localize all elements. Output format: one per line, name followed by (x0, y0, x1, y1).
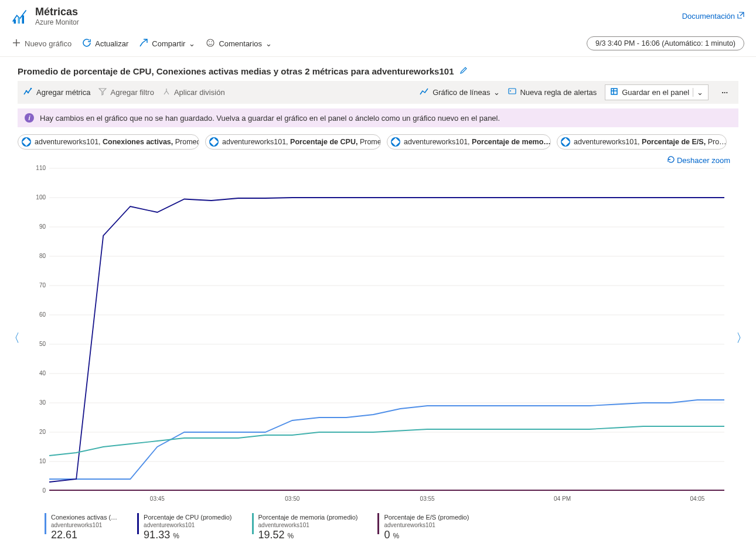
refresh-icon (82, 38, 91, 49)
legend-color-bar (252, 513, 254, 534)
legend-color-bar (377, 513, 379, 534)
legend-color-bar (137, 513, 139, 534)
legend-color-bar (45, 513, 46, 534)
share-button[interactable]: Compartir ⌄ (139, 38, 195, 49)
legend-label: Conexiones activas (… (51, 513, 117, 521)
metric-pill[interactable]: adventureworks101, Porcentaje de CPU, Pr… (205, 134, 381, 150)
resource-icon (561, 137, 570, 147)
page-title: Métricas (35, 6, 682, 18)
edit-icon[interactable] (459, 66, 468, 76)
chart-legend: Conexiones activas (… adventureworks101 … (0, 510, 756, 554)
undo-zoom-link[interactable]: Deshacer zoom (666, 155, 730, 165)
legend-item[interactable]: Porcentaje de E/S (promedio) adventurewo… (377, 513, 469, 542)
refresh-button[interactable]: Actualizar (82, 38, 128, 49)
svg-point-5 (212, 41, 213, 42)
svg-text:10: 10 (39, 458, 46, 464)
feedback-button[interactable]: Comentarios ⌄ (206, 38, 272, 49)
pin-icon (610, 87, 618, 97)
svg-text:100: 100 (36, 194, 46, 201)
filter-icon (98, 87, 107, 97)
svg-rect-0 (14, 19, 16, 23)
legend-item[interactable]: Porcentaje de CPU (promedio) adventurewo… (137, 513, 231, 542)
legend-resource: adventureworks101 (144, 521, 231, 529)
svg-text:80: 80 (39, 253, 46, 259)
legend-label: Porcentaje de CPU (promedio) (144, 513, 231, 521)
svg-text:90: 90 (39, 223, 46, 230)
add-metric-icon (23, 87, 33, 97)
svg-point-8 (30, 88, 32, 90)
svg-text:110: 110 (36, 165, 46, 171)
legend-value: 91.33 % (144, 529, 231, 542)
svg-text:03:50: 03:50 (285, 495, 299, 502)
toolbar: Nuevo gráfico Actualizar Compartir ⌄ Com… (0, 33, 756, 57)
svg-text:60: 60 (39, 311, 46, 318)
svg-text:30: 30 (39, 399, 46, 406)
resource-icon (209, 137, 219, 147)
legend-item[interactable]: Porcentaje de memoria (promedio) adventu… (252, 513, 358, 542)
chevron-down-icon: ⌄ (189, 39, 195, 48)
chart-container: 〈 〉 010203040506070809010011003:4503:500… (0, 165, 756, 510)
svg-rect-11 (611, 89, 617, 94)
svg-point-10 (510, 90, 511, 91)
svg-text:50: 50 (39, 341, 46, 347)
svg-text:20: 20 (39, 429, 46, 435)
smile-icon (206, 38, 215, 49)
chart-title-row: Promedio de porcentaje de CPU, Conexione… (0, 57, 756, 81)
svg-text:04 PM: 04 PM (554, 495, 571, 502)
svg-text:03:45: 03:45 (150, 495, 165, 502)
save-to-dashboard-button[interactable]: Guardar en el panel ⌄ (605, 84, 709, 100)
config-bar: Agregar métrica Agregar filtro Aplicar d… (18, 81, 738, 104)
add-filter-button[interactable]: Agregar filtro (98, 87, 154, 97)
page-header: Métricas Azure Monitor Documentación (0, 0, 756, 33)
legend-value: 0 % (384, 529, 469, 542)
legend-value: 22.61 (51, 529, 117, 542)
more-options-button[interactable]: ··· (717, 88, 733, 97)
page-subtitle: Azure Monitor (35, 18, 682, 26)
svg-point-6 (26, 90, 28, 92)
documentation-link[interactable]: Documentación (682, 12, 744, 21)
chevron-down-icon[interactable]: ⌄ (693, 88, 703, 97)
svg-rect-2 (22, 15, 25, 23)
svg-text:0: 0 (42, 487, 46, 494)
chart-type-selector[interactable]: Gráfico de líneas ⌄ (420, 87, 500, 97)
external-link-icon (737, 12, 744, 21)
metric-pill[interactable]: adventureworks101, Porcentaje de memo…, … (387, 134, 551, 150)
new-chart-button[interactable]: Nuevo gráfico (12, 38, 71, 49)
banner-text: Hay cambios en el gráfico que no se han … (40, 114, 500, 123)
svg-rect-1 (18, 17, 21, 23)
time-range-selector[interactable]: 9/3 3:40 PM - 16:06 (Automático: 1 minut… (587, 36, 744, 50)
resource-icon (391, 137, 400, 147)
resource-icon (22, 137, 31, 147)
legend-item[interactable]: Conexiones activas (… adventureworks101 … (45, 513, 117, 542)
legend-resource: adventureworks101 (258, 521, 358, 529)
alert-icon (508, 87, 516, 97)
svg-rect-9 (509, 89, 516, 94)
undo-icon (666, 155, 675, 165)
svg-point-4 (209, 41, 210, 42)
line-chart[interactable]: 010203040506070809010011003:4503:5003:55… (26, 165, 730, 505)
line-chart-icon (420, 87, 429, 97)
legend-label: Porcentaje de E/S (promedio) (384, 513, 469, 521)
legend-value: 19.52 % (258, 529, 358, 542)
new-alert-button[interactable]: Nueva regla de alertas (508, 87, 597, 97)
nav-next-button[interactable]: 〉 (736, 330, 748, 345)
chevron-down-icon: ⌄ (493, 88, 500, 97)
nav-prev-button[interactable]: 〈 (8, 330, 20, 345)
metric-pill[interactable]: adventureworks101, Porcentaje de E/S, Pr… (557, 134, 727, 150)
plus-icon (12, 38, 21, 49)
svg-point-3 (207, 39, 214, 46)
chart-title: Promedio de porcentaje de CPU, Conexione… (18, 66, 454, 76)
metric-pill[interactable]: adventureworks101, Conexiones activas, P… (18, 134, 199, 150)
metrics-icon (12, 8, 28, 25)
apply-splitting-button[interactable]: Aplicar división (162, 87, 225, 97)
svg-point-7 (28, 92, 29, 94)
split-icon (162, 87, 171, 97)
svg-text:40: 40 (39, 370, 46, 376)
add-metric-button[interactable]: Agregar métrica (23, 87, 90, 97)
metric-pills: adventureworks101, Conexiones activas, P… (0, 132, 756, 153)
legend-label: Porcentaje de memoria (promedio) (258, 513, 358, 521)
svg-text:70: 70 (39, 282, 46, 289)
legend-resource: adventureworks101 (51, 521, 117, 529)
svg-text:03:55: 03:55 (420, 495, 435, 502)
info-icon: i (25, 113, 34, 123)
